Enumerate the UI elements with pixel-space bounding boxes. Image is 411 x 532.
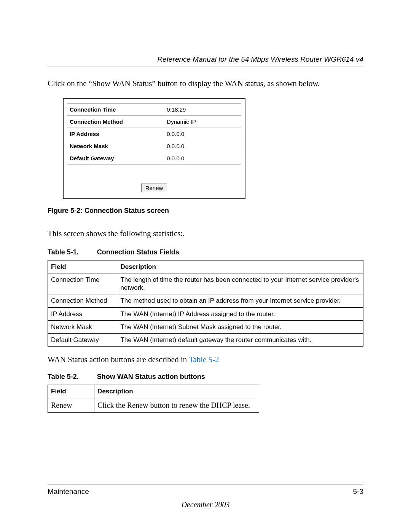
table1-caption-title: Connection Status Fields [97,248,179,256]
footer-date: December 2003 [0,500,411,509]
desc-cell: The length of time the router has been c… [117,273,363,294]
status-row: Connection Method Dynamic IP [67,116,241,128]
table-row: Connection Time The length of time the r… [48,273,363,294]
table-row: IP Address The WAN (Internet) IP Address… [48,307,363,320]
field-cell: Connection Time [48,273,117,294]
footer-section: Maintenance [48,487,89,496]
desc-cell: The WAN (Internet) Subnet Mask assigned … [117,320,363,333]
status-row: Connection Time 0:18:29 [67,104,241,116]
status-row: Default Gateway 0.0.0.0 [67,152,241,165]
table-row: Connection Method The method used to obt… [48,294,363,307]
table2-caption: Table 5-2.Show WAN Status action buttons [48,373,363,381]
status-value: 0.0.0.0 [164,152,241,165]
status-row: Network Mask 0.0.0.0 [67,140,241,152]
running-header: Reference Manual for the 54 Mbps Wireles… [48,55,363,67]
xref-link[interactable]: Table 5-2 [189,355,219,364]
renew-button[interactable]: Renew [141,184,167,192]
status-table: Connection Time 0:18:29 Connection Metho… [67,103,241,165]
xref-paragraph: WAN Status action buttons are described … [48,355,363,364]
intro-paragraph: Click on the “Show WAN Status” button to… [48,78,363,89]
col-description: Description [117,260,363,273]
field-cell: IP Address [48,307,117,320]
table-row: Default Gateway The WAN (Internet) defau… [48,334,363,347]
table2-caption-num: Table 5-2. [48,373,79,380]
table2-caption-title: Show WAN Status action buttons [97,373,205,380]
wan-status-buttons-table: Field Description Renew Click the Renew … [48,385,259,412]
status-label: Default Gateway [67,152,164,165]
field-cell: Connection Method [48,294,117,307]
status-label: IP Address [67,128,164,140]
table1-caption-num: Table 5-1. [48,248,79,256]
status-value: 0:18:29 [164,104,241,116]
table-row: Renew Click the Renew button to renew th… [48,398,259,412]
field-cell: Default Gateway [48,334,117,347]
col-description: Description [94,385,259,398]
status-value: 0.0.0.0 [164,140,241,152]
status-label: Network Mask [67,140,164,152]
status-value: Dynamic IP [164,116,241,128]
connection-status-fields-table: Field Description Connection Time The le… [48,260,363,347]
field-cell: Renew [48,398,94,412]
status-label: Connection Method [67,116,164,128]
status-row: IP Address 0.0.0.0 [67,128,241,140]
figure-caption: Figure 5-2: Connection Status screen [48,207,363,215]
desc-cell: The method used to obtain an IP address … [117,294,363,307]
table1-caption: Table 5-1.Connection Status Fields [48,248,363,256]
footer-page: 5-3 [353,487,363,496]
desc-cell: The WAN (Internet) IP Address assigned t… [117,307,363,320]
page-footer: Maintenance 5-3 [48,484,363,496]
status-value: 0.0.0.0 [164,128,241,140]
col-field: Field [48,260,117,273]
col-field: Field [48,385,94,398]
xref-pre: WAN Status action buttons are described … [48,355,189,364]
desc-cell: Click the Renew button to renew the DHCP… [94,398,259,412]
after-figure-text: This screen shows the following statisti… [48,228,363,239]
desc-cell: The WAN (Internet) default gateway the r… [117,334,363,347]
connection-status-screenshot: Connection Time 0:18:29 Connection Metho… [63,98,245,199]
status-label: Connection Time [67,104,164,116]
table-row: Network Mask The WAN (Internet) Subnet M… [48,320,363,333]
field-cell: Network Mask [48,320,117,333]
